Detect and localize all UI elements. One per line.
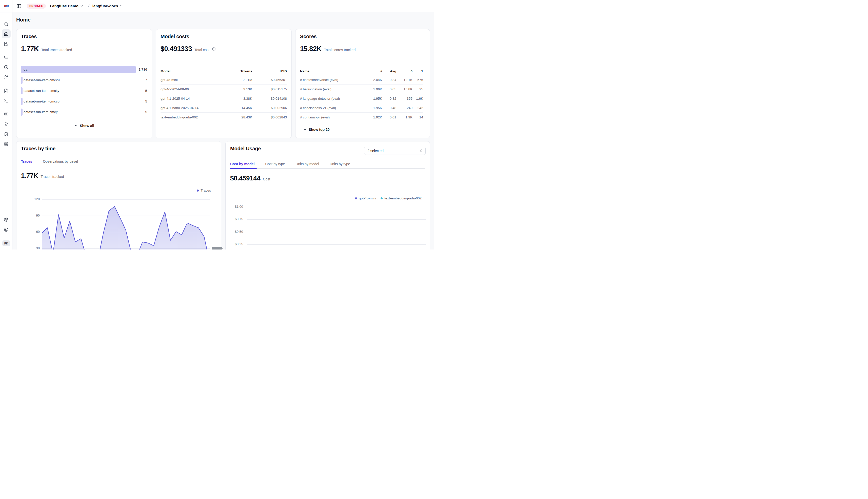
traces-tracked-label: Traces tracked xyxy=(40,174,64,179)
clipboard-pen-icon xyxy=(4,132,9,137)
model-usage-card: Model Usage 2 selected Cost by model Cos… xyxy=(225,141,430,250)
show-top-20-button[interactable]: Show top 20 xyxy=(303,127,330,132)
trace-count: 5 xyxy=(145,87,147,94)
table-header: Name # Avg 0 1 xyxy=(300,67,423,75)
traces-chart-y-axis: 306090120 xyxy=(21,192,40,250)
trace-count: 1,736 xyxy=(139,66,147,73)
trace-list-row: dataset-run-item-cmc29 7 xyxy=(21,77,147,84)
tab-traces[interactable]: Traces xyxy=(21,159,32,163)
clock-icon xyxy=(4,65,9,70)
sidebar-item-search[interactable] xyxy=(2,20,11,28)
horizontal-scrollbar-thumb[interactable] xyxy=(212,247,223,250)
table-row: text-embedding-ada-002 28.43K $0.002843 xyxy=(160,113,287,122)
trace-bar xyxy=(21,109,23,115)
sidebar-item-evaluators[interactable] xyxy=(2,110,11,119)
traces-total-metric: 1.77K xyxy=(21,45,39,53)
model-costs-table: Model Tokens USD gpt-4o-mini 2.21M $0.45… xyxy=(160,67,287,122)
legend-item-text-embedding-ada-002: text-embedding-ada-002 xyxy=(381,196,421,200)
trace-list-row: dataset-run-item-cmcvp 5 xyxy=(21,98,147,105)
chart-legend: gpt-4o-mini text-embedding-ada-002 xyxy=(355,196,421,200)
info-icon[interactable] xyxy=(212,47,216,51)
sidebar-item-datasets[interactable] xyxy=(2,140,11,148)
card-title: Scores xyxy=(300,34,317,39)
trace-bar xyxy=(21,98,23,105)
terminal-icon xyxy=(4,98,9,103)
trace-list-row: qa 1,736 xyxy=(21,66,147,73)
sidebar-item-playground[interactable] xyxy=(2,96,11,105)
users-icon xyxy=(4,75,9,80)
database-icon xyxy=(4,142,9,146)
table-row: gpt-4o-mini 2.21M $0.456301 xyxy=(160,75,287,85)
sidebar-item-settings[interactable] xyxy=(2,215,11,224)
tab-observations-by-level[interactable]: Observations by Level xyxy=(43,159,78,163)
tab-active-underline xyxy=(21,166,35,167)
sidebar-item-home[interactable] xyxy=(2,29,11,38)
table-row: # contextrelevance (eval)2.04K0.341.21K5… xyxy=(300,75,423,85)
sidebar-item-support[interactable] xyxy=(2,225,11,234)
tab-units-by-type[interactable]: Units by type xyxy=(330,162,350,166)
trace-bar xyxy=(21,87,23,94)
table-row: # language-detector (eval)1.95K0.823551.… xyxy=(300,94,423,103)
table-row: # contains-pii (eval)1.92K0.011.9K14 xyxy=(300,113,423,122)
tab-units-by-model[interactable]: Units by model xyxy=(296,162,319,166)
sidebar-item-insights[interactable] xyxy=(2,120,11,129)
trace-bar xyxy=(21,77,23,84)
search-icon xyxy=(4,22,9,27)
legend-dot xyxy=(197,190,199,192)
sidebar-item-dashboards[interactable] xyxy=(2,39,11,48)
dashboard-grid-icon xyxy=(4,41,9,46)
traces-tracked-metric: 1.77K xyxy=(21,172,38,180)
traces-by-time-card: Traces by time Traces Observations by Le… xyxy=(16,141,221,250)
tab-cost-by-model[interactable]: Cost by model xyxy=(230,162,254,166)
sidebar-item-sessions[interactable] xyxy=(2,63,11,72)
page-title: Home xyxy=(16,17,31,23)
total-scores-metric: 15.82K xyxy=(300,45,322,53)
sidebar-item-annotation[interactable] xyxy=(2,130,11,139)
trace-list-row: dataset-run-item-cmcky 5 xyxy=(21,87,147,94)
total-cost-label: Total cost xyxy=(194,48,210,52)
legend-item-traces: Traces xyxy=(197,188,211,192)
panel-left-icon xyxy=(16,3,22,9)
environment-badge: PROD-EU xyxy=(27,3,46,9)
user-avatar[interactable]: FK xyxy=(2,240,10,246)
traces-by-time-tabs: Traces Observations by Level xyxy=(21,159,78,163)
chevron-down-icon[interactable] xyxy=(80,4,83,8)
lightbulb-icon xyxy=(4,122,9,126)
tab-underline-track xyxy=(230,168,425,169)
card-title: Model costs xyxy=(160,34,189,39)
total-cost-metric: $0.491333 xyxy=(160,45,192,53)
scores-card: Scores 15.82K Total scores tracked Name … xyxy=(295,29,430,138)
tab-cost-by-type[interactable]: Cost by type xyxy=(265,162,285,166)
chevron-down-icon xyxy=(303,128,307,131)
trace-count: 5 xyxy=(145,98,147,105)
tab-active-underline xyxy=(230,168,257,169)
breadcrumb-project[interactable]: langfuse-docs xyxy=(92,4,118,8)
usage-cost-metric: $0.459144 xyxy=(230,174,260,182)
sidebar-divider xyxy=(0,12,12,12)
chevrons-up-down-icon xyxy=(419,149,423,153)
trace-name: dataset-run-item-cmc29 xyxy=(24,77,60,84)
breadcrumb-org[interactable]: Langfuse Demo xyxy=(50,4,79,8)
legend-dot xyxy=(355,197,357,199)
topbar: PROD-EU Langfuse Demo langfuse-docs xyxy=(12,0,434,12)
card-title: Traces xyxy=(21,34,37,39)
sidebar-item-prompts[interactable] xyxy=(2,87,11,95)
model-select[interactable]: 2 selected xyxy=(364,147,426,155)
legend-item-gpt-4o-mini: gpt-4o-mini xyxy=(355,196,376,200)
percent-panel-icon xyxy=(4,112,9,117)
chevron-down-icon[interactable] xyxy=(119,4,123,8)
traces-total-label: Total traces tracked xyxy=(41,48,72,52)
model-costs-card: Model costs $0.491333 Total cost Model T… xyxy=(156,29,292,138)
sidebar-item-tracing[interactable] xyxy=(2,53,11,61)
model-usage-tabs: Cost by model Cost by type Units by mode… xyxy=(230,162,350,166)
tab-underline-track xyxy=(21,166,216,166)
chevron-down-icon xyxy=(74,124,78,127)
usage-cost-label: Cost xyxy=(263,177,270,181)
sidebar-item-users[interactable] xyxy=(2,73,11,82)
table-row: # hallucination (eval)1.96K0.051.58K25 xyxy=(300,85,423,94)
show-all-button[interactable]: Show all xyxy=(74,124,94,128)
langfuse-logo-icon[interactable] xyxy=(3,3,9,9)
home-icon xyxy=(4,32,9,36)
model-usage-chart xyxy=(247,205,426,250)
sidebar-toggle-button[interactable] xyxy=(16,3,22,9)
